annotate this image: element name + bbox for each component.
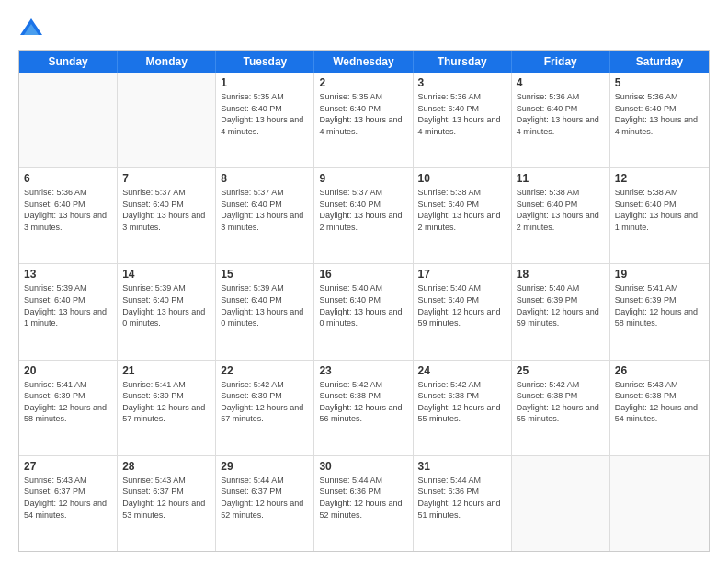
day-info: Sunrise: 5:35 AMSunset: 6:40 PMDaylight:… — [221, 91, 309, 137]
day-info: Sunrise: 5:37 AMSunset: 6:40 PMDaylight:… — [221, 187, 309, 233]
calendar-cell: 17Sunrise: 5:40 AMSunset: 6:40 PMDayligh… — [414, 264, 512, 359]
day-info: Sunrise: 5:40 AMSunset: 6:39 PMDaylight:… — [517, 282, 605, 328]
calendar-cell: 9Sunrise: 5:37 AMSunset: 6:40 PMDaylight… — [314, 168, 413, 263]
day-header-thursday: Thursday — [414, 51, 512, 73]
day-header-sunday: Sunday — [19, 51, 118, 73]
header — [18, 15, 710, 40]
day-number: 4 — [517, 76, 605, 89]
calendar-week-3: 13Sunrise: 5:39 AMSunset: 6:40 PMDayligh… — [19, 264, 709, 360]
day-info: Sunrise: 5:43 AMSunset: 6:37 PMDaylight:… — [122, 475, 210, 521]
day-info: Sunrise: 5:42 AMSunset: 6:38 PMDaylight:… — [517, 379, 605, 425]
day-info: Sunrise: 5:35 AMSunset: 6:40 PMDaylight:… — [319, 91, 407, 137]
calendar-cell: 22Sunrise: 5:42 AMSunset: 6:39 PMDayligh… — [216, 361, 314, 455]
day-info: Sunrise: 5:36 AMSunset: 6:40 PMDaylight:… — [24, 187, 112, 233]
calendar-cell: 15Sunrise: 5:39 AMSunset: 6:40 PMDayligh… — [216, 264, 314, 359]
day-number: 5 — [615, 76, 704, 89]
day-number: 2 — [319, 76, 407, 89]
day-number: 17 — [418, 268, 506, 281]
calendar-week-2: 6Sunrise: 5:36 AMSunset: 6:40 PMDaylight… — [19, 168, 709, 264]
day-info: Sunrise: 5:42 AMSunset: 6:39 PMDaylight:… — [221, 379, 309, 425]
day-header-tuesday: Tuesday — [216, 51, 314, 73]
day-info: Sunrise: 5:44 AMSunset: 6:37 PMDaylight:… — [221, 475, 309, 521]
day-header-friday: Friday — [512, 51, 610, 73]
day-info: Sunrise: 5:39 AMSunset: 6:40 PMDaylight:… — [122, 282, 210, 328]
calendar-week-5: 27Sunrise: 5:43 AMSunset: 6:37 PMDayligh… — [19, 456, 709, 551]
day-info: Sunrise: 5:38 AMSunset: 6:40 PMDaylight:… — [517, 187, 605, 233]
page: SundayMondayTuesdayWednesdayThursdayFrid… — [0, 0, 728, 563]
day-number: 3 — [418, 76, 506, 89]
day-info: Sunrise: 5:37 AMSunset: 6:40 PMDaylight:… — [122, 187, 210, 233]
calendar-cell: 7Sunrise: 5:37 AMSunset: 6:40 PMDaylight… — [118, 168, 216, 263]
calendar-cell: 30Sunrise: 5:44 AMSunset: 6:36 PMDayligh… — [314, 456, 413, 551]
day-number: 23 — [319, 364, 407, 377]
calendar-cell: 31Sunrise: 5:44 AMSunset: 6:36 PMDayligh… — [414, 456, 512, 551]
day-info: Sunrise: 5:36 AMSunset: 6:40 PMDaylight:… — [615, 91, 704, 137]
day-number: 18 — [517, 268, 605, 281]
day-number: 24 — [418, 364, 506, 377]
day-number: 13 — [24, 268, 112, 281]
calendar: SundayMondayTuesdayWednesdayThursdayFrid… — [18, 50, 710, 552]
calendar-cell: 2Sunrise: 5:35 AMSunset: 6:40 PMDaylight… — [314, 73, 413, 167]
day-info: Sunrise: 5:41 AMSunset: 6:39 PMDaylight:… — [122, 379, 210, 425]
day-number: 10 — [418, 172, 506, 185]
day-info: Sunrise: 5:39 AMSunset: 6:40 PMDaylight:… — [221, 282, 309, 328]
day-number: 7 — [122, 172, 210, 185]
day-info: Sunrise: 5:38 AMSunset: 6:40 PMDaylight:… — [418, 187, 506, 233]
day-info: Sunrise: 5:41 AMSunset: 6:39 PMDaylight:… — [24, 379, 112, 425]
calendar-cell: 11Sunrise: 5:38 AMSunset: 6:40 PMDayligh… — [512, 168, 610, 263]
day-info: Sunrise: 5:38 AMSunset: 6:40 PMDaylight:… — [615, 187, 704, 233]
calendar-cell — [610, 456, 709, 551]
calendar-cell: 29Sunrise: 5:44 AMSunset: 6:37 PMDayligh… — [216, 456, 314, 551]
calendar-week-1: 1Sunrise: 5:35 AMSunset: 6:40 PMDaylight… — [19, 73, 709, 168]
calendar-header: SundayMondayTuesdayWednesdayThursdayFrid… — [19, 51, 709, 73]
calendar-cell: 24Sunrise: 5:42 AMSunset: 6:38 PMDayligh… — [414, 361, 512, 455]
calendar-cell: 12Sunrise: 5:38 AMSunset: 6:40 PMDayligh… — [610, 168, 709, 263]
day-number: 9 — [319, 172, 407, 185]
calendar-cell: 13Sunrise: 5:39 AMSunset: 6:40 PMDayligh… — [19, 264, 118, 359]
day-number: 22 — [221, 364, 309, 377]
calendar-cell: 27Sunrise: 5:43 AMSunset: 6:37 PMDayligh… — [19, 456, 118, 551]
day-number: 1 — [221, 76, 309, 89]
logo — [18, 15, 48, 40]
calendar-cell: 16Sunrise: 5:40 AMSunset: 6:40 PMDayligh… — [314, 264, 413, 359]
day-info: Sunrise: 5:42 AMSunset: 6:38 PMDaylight:… — [418, 379, 506, 425]
calendar-cell — [118, 73, 216, 167]
day-number: 28 — [122, 460, 210, 473]
day-info: Sunrise: 5:43 AMSunset: 6:38 PMDaylight:… — [615, 379, 704, 425]
day-header-wednesday: Wednesday — [314, 51, 413, 73]
day-number: 27 — [24, 460, 112, 473]
calendar-cell: 18Sunrise: 5:40 AMSunset: 6:39 PMDayligh… — [512, 264, 610, 359]
day-info: Sunrise: 5:36 AMSunset: 6:40 PMDaylight:… — [517, 91, 605, 137]
calendar-cell: 25Sunrise: 5:42 AMSunset: 6:38 PMDayligh… — [512, 361, 610, 455]
day-info: Sunrise: 5:40 AMSunset: 6:40 PMDaylight:… — [319, 282, 407, 328]
day-info: Sunrise: 5:36 AMSunset: 6:40 PMDaylight:… — [418, 91, 506, 137]
calendar-cell: 26Sunrise: 5:43 AMSunset: 6:38 PMDayligh… — [610, 361, 709, 455]
calendar-week-4: 20Sunrise: 5:41 AMSunset: 6:39 PMDayligh… — [19, 361, 709, 456]
day-info: Sunrise: 5:41 AMSunset: 6:39 PMDaylight:… — [615, 282, 704, 328]
calendar-cell — [19, 73, 118, 167]
calendar-cell: 4Sunrise: 5:36 AMSunset: 6:40 PMDaylight… — [512, 73, 610, 167]
day-number: 12 — [615, 172, 704, 185]
day-number: 21 — [122, 364, 210, 377]
day-number: 14 — [122, 268, 210, 281]
day-number: 31 — [418, 460, 506, 473]
day-number: 19 — [615, 268, 704, 281]
calendar-cell: 10Sunrise: 5:38 AMSunset: 6:40 PMDayligh… — [414, 168, 512, 263]
day-info: Sunrise: 5:37 AMSunset: 6:40 PMDaylight:… — [319, 187, 407, 233]
calendar-cell: 19Sunrise: 5:41 AMSunset: 6:39 PMDayligh… — [610, 264, 709, 359]
day-number: 11 — [517, 172, 605, 185]
day-info: Sunrise: 5:42 AMSunset: 6:38 PMDaylight:… — [319, 379, 407, 425]
day-number: 20 — [24, 364, 112, 377]
day-number: 30 — [319, 460, 407, 473]
day-info: Sunrise: 5:39 AMSunset: 6:40 PMDaylight:… — [24, 282, 112, 328]
day-info: Sunrise: 5:43 AMSunset: 6:37 PMDaylight:… — [24, 475, 112, 521]
calendar-body: 1Sunrise: 5:35 AMSunset: 6:40 PMDaylight… — [19, 73, 709, 551]
day-number: 16 — [319, 268, 407, 281]
day-info: Sunrise: 5:44 AMSunset: 6:36 PMDaylight:… — [319, 475, 407, 521]
calendar-cell: 3Sunrise: 5:36 AMSunset: 6:40 PMDaylight… — [414, 73, 512, 167]
calendar-cell: 20Sunrise: 5:41 AMSunset: 6:39 PMDayligh… — [19, 361, 118, 455]
calendar-cell: 1Sunrise: 5:35 AMSunset: 6:40 PMDaylight… — [216, 73, 314, 167]
day-number: 26 — [615, 364, 704, 377]
calendar-cell: 14Sunrise: 5:39 AMSunset: 6:40 PMDayligh… — [118, 264, 216, 359]
calendar-cell: 23Sunrise: 5:42 AMSunset: 6:38 PMDayligh… — [314, 361, 413, 455]
